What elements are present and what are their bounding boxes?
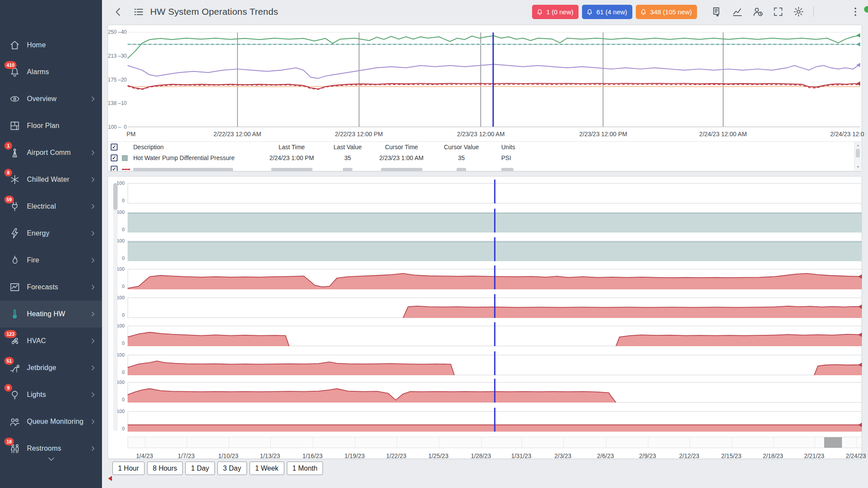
trend-plot[interactable] bbox=[128, 32, 860, 127]
strip-plot[interactable] bbox=[128, 298, 862, 318]
sidebar-item-lights[interactable]: 9Lights bbox=[0, 381, 102, 408]
user-activity-icon[interactable] bbox=[752, 6, 763, 17]
trend-x-label: 2/24/23 12:00 AM bbox=[699, 131, 747, 138]
sidebar-item-label: Energy bbox=[27, 229, 49, 237]
sidebar-item-energy[interactable]: Energy bbox=[0, 220, 102, 247]
alarm-count-badge: 59 bbox=[4, 196, 14, 203]
x-axis-label: 1/4/23 bbox=[136, 452, 153, 459]
sidebar-item-heating-hw[interactable]: Heating HW bbox=[0, 301, 102, 328]
scrollbar-tick bbox=[145, 437, 145, 448]
vertical-scrollbar-thumb[interactable] bbox=[113, 183, 118, 210]
scrollbar-tick bbox=[481, 437, 482, 448]
time-range-button-1-hour[interactable]: 1 Hour bbox=[112, 462, 145, 475]
alarm-badge-3[interactable]: 348 (105 new) bbox=[636, 5, 697, 19]
sidebar-item-floor-plan[interactable]: Floor Plan bbox=[0, 112, 102, 139]
trend-x-label: 2/23/23 12:00 AM bbox=[457, 131, 505, 138]
scrollbar-tick bbox=[690, 437, 690, 448]
topbar-actions: 1 (0 new)61 (4 new)348 (105 new) bbox=[532, 0, 861, 23]
trend-x-label: 2/23/23 12:00 PM bbox=[579, 131, 628, 138]
fullscreen-icon[interactable] bbox=[773, 6, 784, 17]
trend-x-label: PM bbox=[127, 131, 136, 138]
x-axis-label: 2/9/23 bbox=[639, 452, 656, 459]
sidebar-item-airport-comm[interactable]: 1Airport Comm bbox=[0, 139, 102, 166]
scroll-up-icon[interactable] bbox=[855, 143, 861, 148]
time-range-button-1-week[interactable]: 1 Week bbox=[250, 462, 284, 475]
horizontal-scrollbar[interactable] bbox=[128, 437, 862, 448]
row-checkbox[interactable] bbox=[111, 154, 118, 161]
sidebar-expand-chevron-icon[interactable] bbox=[0, 455, 102, 463]
sidebar-item-overview[interactable]: Overview bbox=[0, 85, 102, 112]
sidebar-item-hvac[interactable]: 123HVAC bbox=[0, 328, 102, 354]
alarm-badge-1[interactable]: 1 (0 new) bbox=[532, 5, 579, 19]
x-axis-label: 1/13/23 bbox=[260, 452, 280, 459]
legend-scrollbar[interactable] bbox=[854, 142, 861, 170]
legend-last-time: 2/24/23 1:00 PM bbox=[263, 154, 320, 161]
legend-header-last-time: Last Time bbox=[263, 144, 320, 151]
scroll-down-icon[interactable] bbox=[855, 164, 861, 170]
sidebar-item-queue-monitoring[interactable]: Queue Monitoring bbox=[0, 408, 102, 435]
legend-scrollbar-thumb[interactable] bbox=[856, 149, 860, 157]
time-range-button-1-day[interactable]: 1 Day bbox=[185, 462, 215, 475]
back-button[interactable] bbox=[112, 6, 124, 18]
strip-plot[interactable] bbox=[128, 326, 862, 346]
strip-plot[interactable] bbox=[128, 241, 862, 261]
chevron-right-icon bbox=[89, 311, 96, 318]
sidebar-item-fire[interactable]: Fire bbox=[0, 247, 102, 274]
flame-icon bbox=[9, 255, 20, 266]
menu-list-icon[interactable] bbox=[133, 6, 145, 18]
sidebar-item-label: Home bbox=[27, 41, 46, 49]
scrollbar-tick bbox=[270, 437, 271, 448]
x-axis-label: 1/16/23 bbox=[302, 452, 323, 459]
sidebar-item-forecasts[interactable]: Forecasts bbox=[0, 274, 102, 301]
sidebar-item-electrical[interactable]: 59Electrical bbox=[0, 193, 102, 220]
vertical-scrollbar[interactable] bbox=[113, 183, 118, 431]
settings-icon[interactable] bbox=[793, 6, 804, 17]
horizontal-scrollbar-thumb[interactable] bbox=[824, 437, 842, 448]
more-menu-icon[interactable] bbox=[850, 6, 861, 17]
report-icon[interactable] bbox=[711, 6, 723, 17]
alarm-badge-2[interactable]: 61 (4 new) bbox=[582, 5, 632, 19]
chevron-right-icon bbox=[89, 95, 96, 102]
alarm-badge-label: 1 (0 new) bbox=[546, 8, 574, 16]
x-axis-label: 2/6/23 bbox=[597, 452, 614, 459]
alarm-badge-label: 348 (105 new) bbox=[650, 8, 692, 16]
strip-chart-3: 1000 bbox=[108, 241, 861, 261]
legend-description: Hot Water Pump Differential Pressure bbox=[133, 154, 263, 161]
strip-plot[interactable] bbox=[128, 382, 862, 403]
time-range-button-3-day[interactable]: 3 Day bbox=[217, 462, 247, 475]
strip-chart-7: 1000 bbox=[108, 355, 861, 375]
scrollbar-tick bbox=[397, 437, 397, 448]
strip-chart-1: 1000 bbox=[108, 183, 861, 203]
home-icon bbox=[9, 39, 20, 51]
sidebar-item-alarms[interactable]: 410Alarms bbox=[0, 59, 102, 85]
time-range-button-1-month[interactable]: 1 Month bbox=[287, 462, 323, 475]
row-checkbox[interactable] bbox=[111, 166, 118, 171]
chevron-right-icon bbox=[89, 418, 96, 425]
chevron-right-icon bbox=[89, 445, 96, 452]
overflow-marker-icon bbox=[108, 476, 112, 481]
chevron-right-icon bbox=[89, 203, 96, 210]
sidebar-nav: Home410AlarmsOverviewFloor Plan1Airport … bbox=[0, 0, 102, 462]
sidebar-item-chilled-water[interactable]: 8Chilled Water bbox=[0, 166, 102, 193]
sidebar-item-label: Fire bbox=[27, 256, 39, 264]
trend-y-label: 213 –30 bbox=[108, 53, 127, 59]
page-title: HW System Operations Trends bbox=[150, 7, 278, 17]
strip-panel: 1000100010001000100010001000100010001/4/… bbox=[108, 176, 862, 459]
x-axis-label: 2/21/23 bbox=[804, 452, 825, 459]
sidebar-item-home[interactable]: Home bbox=[0, 32, 102, 59]
trends-icon[interactable] bbox=[732, 6, 743, 17]
legend-units: PSI bbox=[495, 154, 861, 161]
sidebar-item-label: Floor Plan bbox=[27, 122, 59, 130]
strip-plot[interactable] bbox=[128, 269, 862, 289]
select-all-checkbox[interactable] bbox=[111, 144, 118, 151]
legend-row-clipped bbox=[108, 164, 861, 171]
strip-plot[interactable] bbox=[128, 355, 862, 375]
sidebar-item-label: Electrical bbox=[27, 203, 56, 210]
strip-plot[interactable] bbox=[128, 411, 862, 432]
alarm-count-badge: 1 bbox=[4, 142, 12, 150]
time-range-button-8-hours[interactable]: 8 Hours bbox=[147, 462, 183, 475]
strip-plot[interactable] bbox=[128, 212, 862, 233]
snowflake-icon bbox=[9, 174, 20, 185]
sidebar-item-jetbridge[interactable]: 51Jetbridge bbox=[0, 354, 102, 381]
strip-plot[interactable] bbox=[128, 183, 862, 203]
